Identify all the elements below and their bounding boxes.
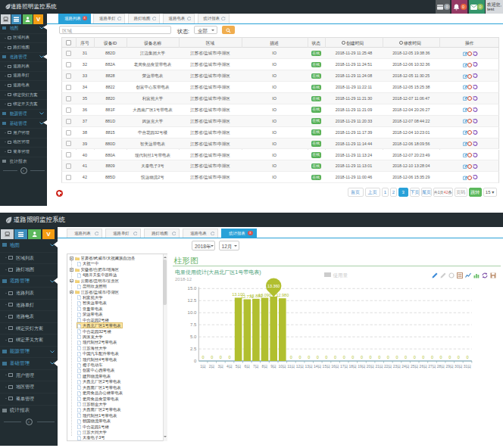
- svg-text:0: 0: [440, 355, 442, 359]
- svg-text:0: 0: [351, 355, 354, 359]
- svg-text:0: 0: [395, 355, 398, 359]
- svg-text:7.5: 7.5: [190, 322, 197, 327]
- svg-text:17日: 17日: [340, 364, 348, 369]
- svg-text:0: 0: [378, 355, 380, 359]
- svg-text:0: 0: [228, 355, 230, 359]
- svg-text:10.0: 10.0: [188, 310, 197, 315]
- svg-text:0: 0: [220, 355, 222, 359]
- svg-text:10日: 10日: [279, 364, 287, 369]
- svg-text:6日: 6日: [244, 364, 250, 369]
- svg-text:12.5: 12.5: [188, 298, 197, 303]
- svg-text:0: 0: [334, 355, 336, 359]
- svg-text:0: 0: [308, 355, 310, 359]
- svg-text:0: 0: [387, 355, 389, 359]
- svg-text:2.5: 2.5: [190, 347, 197, 351]
- svg-text:19日: 19日: [358, 364, 366, 369]
- svg-text:7日: 7日: [253, 364, 259, 369]
- svg-text:16日: 16日: [331, 364, 339, 369]
- svg-text:21日: 21日: [375, 364, 383, 369]
- svg-text:0: 0: [194, 359, 197, 363]
- svg-text:26日: 26日: [420, 364, 428, 369]
- svg-text:30日: 30日: [455, 364, 463, 369]
- svg-text:0: 0: [422, 355, 424, 359]
- svg-text:4日: 4日: [227, 364, 233, 369]
- svg-text:0: 0: [343, 355, 345, 359]
- svg-text:13.360: 13.360: [267, 284, 280, 288]
- svg-text:9日: 9日: [270, 364, 276, 369]
- svg-text:27日: 27日: [428, 364, 436, 369]
- svg-text:0: 0: [211, 355, 213, 359]
- svg-text:0: 0: [298, 355, 301, 359]
- svg-text:2日: 2日: [209, 364, 215, 369]
- svg-text:0: 0: [458, 355, 460, 359]
- svg-text:29日: 29日: [446, 364, 455, 369]
- svg-text:0: 0: [414, 355, 416, 359]
- svg-text:22日: 22日: [384, 364, 392, 369]
- svg-text:13.090: 13.090: [258, 293, 271, 297]
- svg-text:0: 0: [202, 355, 205, 359]
- svg-text:13日: 13日: [305, 364, 313, 369]
- svg-text:28日: 28日: [437, 364, 445, 369]
- svg-text:15.0: 15.0: [188, 286, 197, 291]
- svg-text:18日: 18日: [349, 364, 358, 369]
- svg-text:0: 0: [448, 355, 451, 359]
- svg-text:0: 0: [466, 355, 468, 359]
- svg-text:31日: 31日: [464, 364, 472, 369]
- svg-text:0: 0: [325, 355, 327, 359]
- svg-text:14日: 14日: [314, 364, 322, 369]
- svg-text:12.980: 12.980: [276, 293, 289, 297]
- svg-text:1日: 1日: [200, 364, 206, 369]
- svg-text:0: 0: [317, 355, 319, 359]
- svg-text:8日: 8日: [262, 364, 268, 369]
- svg-text:15日: 15日: [323, 364, 331, 369]
- svg-text:12日: 12日: [296, 364, 305, 369]
- svg-text:11日: 11日: [287, 364, 295, 369]
- svg-text:24日: 24日: [401, 364, 410, 369]
- svg-text:0: 0: [431, 355, 433, 359]
- svg-text:23日: 23日: [393, 364, 401, 369]
- svg-text:3日: 3日: [218, 364, 224, 369]
- svg-text:0: 0: [361, 355, 363, 359]
- svg-text:0: 0: [405, 355, 407, 359]
- svg-text:0: 0: [370, 355, 372, 359]
- svg-text:5日: 5日: [236, 364, 242, 369]
- svg-text:20日: 20日: [367, 364, 375, 369]
- svg-text:0: 0: [290, 355, 292, 359]
- svg-text:5.0: 5.0: [190, 334, 197, 339]
- svg-text:25日: 25日: [411, 364, 419, 369]
